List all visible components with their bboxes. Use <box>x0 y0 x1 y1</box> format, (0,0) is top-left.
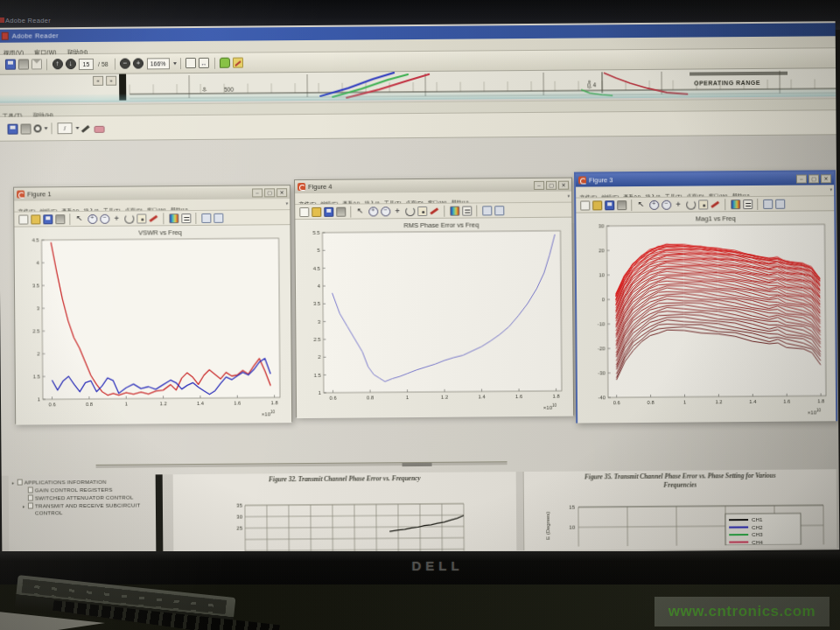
rot-icon[interactable] <box>124 214 134 223</box>
msave-icon[interactable] <box>324 206 333 216</box>
menu-file[interactable]: 文件(F) <box>580 192 598 198</box>
print-icon[interactable] <box>20 123 31 134</box>
menu-tools[interactable]: 工具(T) <box>665 192 682 199</box>
mprint-icon[interactable] <box>55 214 65 224</box>
menu-file[interactable]: 文件(F) <box>18 206 36 212</box>
zoom-in-icon[interactable] <box>133 58 144 68</box>
zoom-level-input[interactable]: 166% <box>147 58 170 69</box>
zout-icon[interactable] <box>381 206 390 216</box>
menu-insert[interactable]: 插入(I) <box>364 198 380 205</box>
rot-icon[interactable] <box>686 200 696 209</box>
zin-icon[interactable] <box>88 214 97 223</box>
menu-desktop[interactable]: 桌面(D) <box>406 198 424 205</box>
dropdown-caret-icon[interactable] <box>76 127 80 130</box>
cbar-icon[interactable] <box>169 214 178 223</box>
zin-icon[interactable] <box>649 200 659 209</box>
zoom-out-icon[interactable] <box>120 59 130 69</box>
mprint-icon[interactable] <box>617 200 626 210</box>
bookmark-gain-control-registers[interactable]: GAIN CONTROL REGISTERS <box>9 486 156 494</box>
zoom-tool-icon[interactable] <box>33 124 41 132</box>
menu-desktop[interactable]: 桌面(D) <box>125 205 143 212</box>
prev-page-button[interactable]: « <box>93 76 103 86</box>
mlegend-icon[interactable] <box>462 206 472 215</box>
close-button[interactable]: ✕ <box>821 174 831 183</box>
dock1-icon[interactable] <box>482 206 492 215</box>
dock2-icon[interactable] <box>214 213 223 222</box>
brush-icon[interactable] <box>430 206 439 215</box>
menu-view[interactable]: 查看(V) <box>623 192 640 199</box>
cursor-icon[interactable] <box>637 200 647 209</box>
comment-icon[interactable] <box>220 58 230 68</box>
menu-insert[interactable]: 插入(I) <box>645 192 661 199</box>
brush-icon[interactable] <box>710 200 720 209</box>
maximize-button[interactable]: ▢ <box>808 174 819 183</box>
pen-icon[interactable] <box>80 122 91 133</box>
cursor-icon[interactable] <box>75 214 85 223</box>
highlight-icon[interactable] <box>233 58 243 68</box>
menu-edit[interactable]: 编辑(E) <box>320 199 338 205</box>
eraser-icon[interactable] <box>94 126 104 133</box>
menu-tools[interactable]: 工具(T) <box>103 206 121 213</box>
save-icon[interactable] <box>4 60 15 70</box>
bookmark-transmit-receive-subcircuit-control[interactable]: ▸TRANSMIT AND RECEIVE SUBCIRCUIT CONTROL <box>9 502 156 517</box>
dropdown-caret-icon[interactable] <box>45 127 48 130</box>
mnew-icon[interactable] <box>299 206 309 216</box>
dock2-icon[interactable] <box>494 206 504 215</box>
minimize-button[interactable]: – <box>796 174 807 183</box>
page-down-icon[interactable] <box>65 59 75 69</box>
bookmark-applications-information[interactable]: ▸APPLICATIONS INFORMATION <box>9 478 156 486</box>
dock1-icon[interactable] <box>763 199 773 208</box>
maximize-button[interactable]: ▢ <box>264 188 275 197</box>
fit-width-icon[interactable] <box>199 58 209 68</box>
menu-insert[interactable]: 插入(I) <box>83 206 99 213</box>
mopen-icon[interactable] <box>312 206 321 216</box>
brush-icon[interactable] <box>149 214 158 223</box>
msave-icon[interactable] <box>605 200 614 210</box>
print-icon[interactable] <box>18 59 28 69</box>
rot-icon[interactable] <box>405 206 415 216</box>
dock1-icon[interactable] <box>201 213 211 222</box>
minimize-button[interactable]: – <box>534 180 544 189</box>
pan-icon[interactable] <box>674 200 683 209</box>
dcur-icon[interactable] <box>698 200 708 209</box>
mopen-icon[interactable] <box>592 200 602 210</box>
menu-view[interactable]: 查看(V) <box>61 206 79 213</box>
page-number-input[interactable]: 15 <box>79 58 94 69</box>
msave-icon[interactable] <box>43 214 52 224</box>
page-up-icon[interactable] <box>52 59 62 69</box>
mnew-icon[interactable] <box>18 214 28 224</box>
next-page-button[interactable]: » <box>106 76 116 86</box>
dcur-icon[interactable] <box>417 206 427 215</box>
mprint-icon[interactable] <box>336 206 346 216</box>
dcur-icon[interactable] <box>136 214 146 223</box>
mlegend-icon[interactable] <box>743 200 752 209</box>
mlegend-icon[interactable] <box>181 214 191 223</box>
mnew-icon[interactable] <box>580 200 590 210</box>
menu-tools[interactable]: 工具(T) <box>384 198 402 205</box>
menu-edit[interactable]: 编辑(E) <box>601 192 619 198</box>
zout-icon[interactable] <box>100 214 109 223</box>
cbar-icon[interactable] <box>450 206 459 216</box>
save-icon[interactable] <box>7 123 18 134</box>
line-tool[interactable]: / <box>57 122 72 134</box>
bookmark-switched-attenuator-control[interactable]: SWITCHED ATTENUATOR CONTROL <box>9 494 156 502</box>
minimize-button[interactable]: – <box>252 188 262 197</box>
close-button[interactable]: ✕ <box>276 188 287 197</box>
zin-icon[interactable] <box>368 206 378 216</box>
mopen-icon[interactable] <box>31 214 40 224</box>
single-page-icon[interactable] <box>186 58 196 68</box>
zout-icon[interactable] <box>662 200 671 209</box>
close-button[interactable]: ✕ <box>558 180 569 189</box>
dropdown-caret-icon[interactable] <box>173 62 177 65</box>
maximize-button[interactable]: ▢ <box>546 180 556 189</box>
menu-desktop[interactable]: 桌面(D) <box>687 191 704 198</box>
scrollbar-thumb[interactable] <box>402 463 432 466</box>
dock2-icon[interactable] <box>775 199 785 208</box>
cursor-icon[interactable] <box>356 206 366 216</box>
pan-icon[interactable] <box>393 206 402 216</box>
menu-file[interactable]: 文件(F) <box>299 199 317 205</box>
menu-view[interactable]: 查看(V) <box>342 199 360 206</box>
cbar-icon[interactable] <box>731 200 740 209</box>
mail-icon[interactable] <box>31 59 41 69</box>
menu-edit[interactable]: 编辑(E) <box>39 206 57 212</box>
